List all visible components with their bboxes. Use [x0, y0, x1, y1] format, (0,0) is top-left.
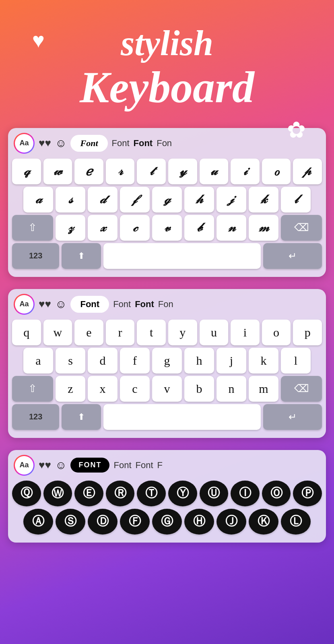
enter-btn-1[interactable]: ↵ [263, 243, 322, 269]
key-a-3[interactable]: Ⓐ [23, 509, 53, 535]
key-s-2[interactable]: s [56, 348, 85, 374]
key-g-1[interactable]: ℊ [152, 187, 182, 213]
key-k-3[interactable]: Ⓚ [249, 509, 278, 535]
key-u-3[interactable]: Ⓤ [200, 481, 229, 506]
key-y-2[interactable]: y [168, 320, 197, 345]
key-v-2[interactable]: v [152, 376, 182, 402]
key-a-2[interactable]: a [23, 348, 53, 374]
key-n-2[interactable]: n [216, 376, 246, 402]
key-o-1[interactable]: ℴ [262, 159, 291, 184]
key-e-1[interactable]: ℯ [74, 159, 103, 184]
key-j-2[interactable]: j [216, 348, 246, 374]
key-s-1[interactable]: 𝓈 [56, 187, 85, 213]
key-c-2[interactable]: c [120, 376, 150, 402]
aa-button-3[interactable]: Aa [14, 455, 35, 476]
key-b-2[interactable]: b [184, 376, 214, 402]
key-h-2[interactable]: h [184, 348, 214, 374]
font-active-btn-1[interactable]: Font [70, 135, 107, 152]
key-e-3[interactable]: Ⓔ [74, 481, 103, 506]
key-p-1[interactable]: 𝓅 [293, 159, 322, 184]
key-p-2[interactable]: p [293, 320, 322, 345]
key-l-1[interactable]: 𝓁 [281, 187, 311, 213]
key-x-1[interactable]: 𝓍 [88, 215, 118, 241]
key-o-2[interactable]: o [262, 320, 291, 345]
font-label-4-1[interactable]: Fon [157, 138, 172, 149]
key-w-2[interactable]: w [43, 320, 72, 345]
numbers-btn-2[interactable]: 123 [12, 404, 59, 430]
key-k-2[interactable]: k [249, 348, 278, 374]
key-x-2[interactable]: x [88, 376, 118, 402]
font-label-3-1[interactable]: Font [134, 138, 153, 149]
key-t-2[interactable]: t [137, 320, 166, 345]
enter-btn-2[interactable]: ↵ [263, 404, 322, 430]
key-q-1[interactable]: 𝓆 [12, 159, 41, 184]
key-f-2[interactable]: f [120, 348, 150, 374]
key-u-1[interactable]: 𝓊 [200, 159, 229, 184]
key-y-1[interactable]: 𝓎 [168, 159, 197, 184]
key-l-3[interactable]: Ⓛ [281, 509, 311, 535]
emoji-button-2[interactable]: ☺ [55, 298, 67, 311]
key-q-3[interactable]: Ⓠ [12, 481, 41, 506]
key-s-3[interactable]: Ⓢ [56, 509, 85, 535]
key-q-2[interactable]: q [12, 320, 41, 345]
key-i-3[interactable]: Ⓘ [231, 481, 260, 506]
aa-button-2[interactable]: Aa [14, 294, 35, 315]
key-r-3[interactable]: Ⓡ [106, 481, 135, 506]
font-label-2-2[interactable]: Font [113, 299, 131, 310]
key-e-2[interactable]: e [74, 320, 103, 345]
emoji-button-3[interactable]: ☺ [55, 459, 67, 472]
backspace-btn-2[interactable]: ⌫ [281, 376, 322, 402]
key-n-1[interactable]: 𝓃 [216, 215, 246, 241]
key-d-1[interactable]: 𝒹 [88, 187, 118, 213]
space-btn-1[interactable] [103, 243, 261, 269]
share-btn-1[interactable]: ⬆ [62, 243, 101, 269]
backspace-btn-1[interactable]: ⌫ [281, 215, 322, 241]
key-w-3[interactable]: Ⓦ [43, 481, 72, 506]
key-t-1[interactable]: 𝓉 [137, 159, 166, 184]
key-k-1[interactable]: 𝓀 [249, 187, 278, 213]
key-m-1[interactable]: 𝓂 [249, 215, 278, 241]
key-g-2[interactable]: g [152, 348, 182, 374]
key-j-3[interactable]: Ⓙ [216, 509, 246, 535]
key-u-2[interactable]: u [200, 320, 229, 345]
key-t-3[interactable]: Ⓣ [137, 481, 166, 506]
key-a-1[interactable]: 𝒶 [23, 187, 53, 213]
key-v-1[interactable]: 𝓋 [152, 215, 182, 241]
share-btn-2[interactable]: ⬆ [62, 404, 101, 430]
font-active-btn-3[interactable]: FONT [70, 458, 109, 473]
key-g-3[interactable]: Ⓖ [152, 509, 182, 535]
hearts-icon-1[interactable]: ♥♥ [39, 137, 51, 149]
key-c-1[interactable]: 𝒸 [120, 215, 150, 241]
key-d-2[interactable]: d [88, 348, 118, 374]
key-p-3[interactable]: Ⓟ [293, 481, 322, 506]
font-label-2-1[interactable]: Font [112, 138, 130, 149]
key-f-3[interactable]: Ⓕ [120, 509, 150, 535]
key-d-3[interactable]: Ⓓ [88, 509, 118, 535]
key-h-1[interactable]: 𝒽 [184, 187, 214, 213]
key-m-2[interactable]: m [249, 376, 278, 402]
key-j-1[interactable]: 𝒿 [216, 187, 246, 213]
key-i-1[interactable]: 𝒾 [231, 159, 260, 184]
key-f-1[interactable]: 𝒻 [120, 187, 150, 213]
key-h-3[interactable]: Ⓗ [184, 509, 214, 535]
key-y-3[interactable]: Ⓨ [168, 481, 197, 506]
key-l-2[interactable]: l [281, 348, 311, 374]
aa-button-1[interactable]: Aa [14, 133, 35, 154]
font-active-btn-2[interactable]: Font [70, 296, 109, 313]
key-w-1[interactable]: 𝓌 [43, 159, 72, 184]
space-btn-2[interactable] [103, 404, 261, 430]
hearts-icon-3[interactable]: ♥♥ [39, 459, 51, 471]
emoji-button-1[interactable]: ☺ [55, 137, 67, 150]
key-b-1[interactable]: 𝒷 [184, 215, 214, 241]
key-z-1[interactable]: 𝓏 [56, 215, 85, 241]
key-o-3[interactable]: Ⓞ [262, 481, 291, 506]
key-r-2[interactable]: r [106, 320, 135, 345]
key-r-1[interactable]: 𝓇 [106, 159, 135, 184]
font-label-4-2[interactable]: Fon [158, 299, 173, 310]
shift-btn-2[interactable]: ⇧ [12, 376, 53, 402]
numbers-btn-1[interactable]: 123 [12, 243, 59, 269]
key-i-2[interactable]: i [231, 320, 260, 345]
shift-btn-1[interactable]: ⇧ [12, 215, 53, 241]
hearts-icon-2[interactable]: ♥♥ [39, 298, 51, 310]
key-z-2[interactable]: z [56, 376, 85, 402]
